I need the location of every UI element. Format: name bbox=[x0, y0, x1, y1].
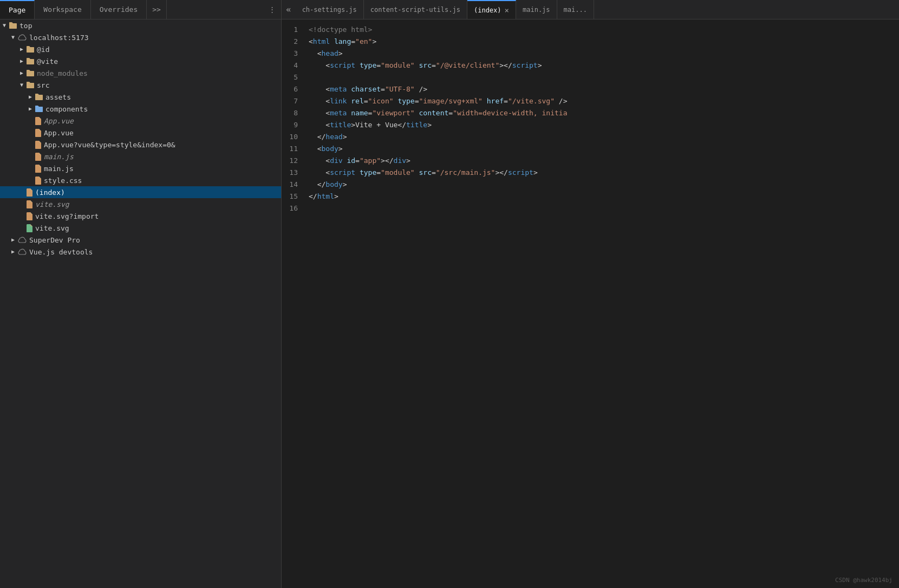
tree-item-vuejs[interactable]: ▶ Vue.js devtools bbox=[0, 246, 281, 258]
folder-icon bbox=[9, 22, 17, 29]
line-content: <head> bbox=[309, 48, 899, 60]
chevron-icon[interactable]: ▶ bbox=[9, 247, 17, 256]
chevron-icon[interactable]: ▶ bbox=[17, 69, 26, 77]
tree-item-index[interactable]: (index) bbox=[0, 186, 281, 198]
main-content: ▼ top▼ localhost:5173▶ @id▶ @vite▶ node_… bbox=[0, 19, 899, 588]
chevron-icon[interactable]: ▶ bbox=[26, 104, 35, 113]
tree-label: top bbox=[19, 22, 32, 30]
tree-label: main.js bbox=[44, 165, 74, 173]
tree-label: style.css bbox=[44, 177, 82, 185]
tree-item-vite-svg-green[interactable]: vite.svg bbox=[0, 222, 281, 234]
line-number: 4 bbox=[282, 60, 309, 71]
folder-icon bbox=[26, 57, 35, 65]
editor-tab-ch-settings-js[interactable]: ch-settings.js bbox=[296, 0, 364, 19]
line-number: 3 bbox=[282, 48, 309, 60]
code-line: 4 <script type="module" src="/@vite/clie… bbox=[282, 60, 899, 71]
chevron-icon[interactable]: ▶ bbox=[9, 236, 17, 244]
chevron-icon[interactable]: ▼ bbox=[0, 21, 9, 30]
chevron-icon[interactable]: ▶ bbox=[17, 45, 26, 54]
line-content: <script type="module" src="/@vite/client… bbox=[309, 60, 899, 71]
tree-label: (index) bbox=[35, 188, 65, 197]
editor-tab-content-script-utils-js[interactable]: content-script-utils.js bbox=[364, 0, 467, 19]
tree-item-vite-svg-import[interactable]: vite.svg?import bbox=[0, 210, 281, 222]
line-number: 16 bbox=[282, 202, 309, 214]
close-tab-button[interactable]: × bbox=[505, 6, 509, 14]
cloud-icon bbox=[17, 248, 27, 256]
line-number: 7 bbox=[282, 95, 309, 107]
code-line: 15</html> bbox=[282, 191, 899, 202]
line-content: <div id="app"></div> bbox=[309, 155, 899, 167]
editor-tab-main-js[interactable]: main.js bbox=[516, 0, 557, 19]
tree-label: src bbox=[37, 81, 49, 89]
tree-item-src[interactable]: ▼ src bbox=[0, 79, 281, 91]
line-content bbox=[309, 71, 899, 83]
tree-item-node_modules[interactable]: ▶ node_modules bbox=[0, 67, 281, 79]
line-content: <script type="module" src="/src/main.js"… bbox=[309, 167, 899, 179]
code-line: 10 </head> bbox=[282, 131, 899, 143]
tree-item-superdev[interactable]: ▶ SuperDev Pro bbox=[0, 234, 281, 246]
tree-item-vite-svg-italic[interactable]: vite.svg bbox=[0, 198, 281, 210]
line-number: 14 bbox=[282, 179, 309, 191]
tree-label: App.vue?vue&type=style&index=0& bbox=[44, 141, 175, 149]
chevron-icon[interactable]: ▶ bbox=[17, 57, 26, 66]
chevron-icon[interactable]: ▶ bbox=[26, 93, 35, 101]
tree-item-localhost[interactable]: ▼ localhost:5173 bbox=[0, 31, 281, 43]
tree-item-app-vue-italic[interactable]: App.vue bbox=[0, 115, 281, 127]
line-number: 12 bbox=[282, 155, 309, 167]
tree-item-app-vue-query[interactable]: App.vue?vue&type=style&index=0& bbox=[0, 139, 281, 151]
code-line: 1<!doctype html> bbox=[282, 24, 899, 36]
cloud-icon bbox=[17, 236, 27, 244]
tree-item-assets[interactable]: ▶ assets bbox=[0, 91, 281, 103]
folder-icon bbox=[26, 81, 35, 89]
kebab-button[interactable]: ⋮ bbox=[263, 0, 281, 19]
file-icon bbox=[26, 200, 33, 208]
right-panel-header: « ch-settings.jscontent-script-utils.js(… bbox=[282, 0, 899, 19]
tree-item-components[interactable]: ▶ components bbox=[0, 103, 281, 115]
tree-item-id[interactable]: ▶ @id bbox=[0, 43, 281, 55]
watermark: CSDN @hawk2014bj bbox=[835, 577, 893, 584]
tree-label: main.js bbox=[44, 153, 74, 161]
tab-overrides[interactable]: Overrides bbox=[91, 0, 147, 19]
line-number: 9 bbox=[282, 119, 309, 131]
tree-label: @id bbox=[37, 45, 49, 54]
line-content: <meta name="viewport" content="width=dev… bbox=[309, 107, 899, 119]
editor-tab-mai---[interactable]: mai... bbox=[557, 0, 594, 19]
tab-workspace[interactable]: Workspace bbox=[35, 0, 90, 19]
tree-item-app-vue[interactable]: App.vue bbox=[0, 127, 281, 139]
folder-icon bbox=[26, 45, 35, 53]
code-line: 7 <link rel="icon" type="image/svg+xml" … bbox=[282, 95, 899, 107]
tree-label: vite.svg bbox=[35, 200, 69, 208]
line-content bbox=[309, 202, 899, 214]
tree-label: Vue.js devtools bbox=[29, 248, 93, 256]
code-line: 11 <body> bbox=[282, 143, 899, 155]
tree-label: App.vue bbox=[44, 129, 74, 137]
line-content: <html lang="en"> bbox=[309, 36, 899, 48]
sidebar: ▼ top▼ localhost:5173▶ @id▶ @vite▶ node_… bbox=[0, 19, 282, 588]
cloud-icon bbox=[17, 34, 27, 41]
chevron-icon[interactable]: ▼ bbox=[17, 81, 26, 89]
tree-label: node_modules bbox=[37, 69, 88, 77]
tree-item-main-js[interactable]: main.js bbox=[0, 162, 281, 174]
code-line: 3 <head> bbox=[282, 48, 899, 60]
tree-item-style-css[interactable]: style.css bbox=[0, 174, 281, 186]
file-icon bbox=[26, 224, 33, 232]
editor-tab--index-[interactable]: (index)× bbox=[467, 0, 516, 19]
tree-item-main-js-italic[interactable]: main.js bbox=[0, 151, 281, 162]
code-line: 8 <meta name="viewport" content="width=d… bbox=[282, 107, 899, 119]
more-tabs-button[interactable]: >> bbox=[147, 0, 166, 19]
chevron-icon[interactable]: ▼ bbox=[9, 33, 17, 42]
collapse-panel-button[interactable]: « bbox=[282, 4, 296, 15]
line-content: </html> bbox=[309, 191, 899, 202]
folder-icon bbox=[35, 105, 43, 113]
line-number: 13 bbox=[282, 167, 309, 179]
tree-item-top[interactable]: ▼ top bbox=[0, 19, 281, 31]
file-icon bbox=[35, 116, 42, 125]
code-content[interactable]: 1<!doctype html>2<html lang="en">3 <head… bbox=[282, 19, 899, 588]
line-content: </body> bbox=[309, 179, 899, 191]
tab-page[interactable]: Page bbox=[0, 0, 35, 19]
tree-item-vite[interactable]: ▶ @vite bbox=[0, 55, 281, 67]
line-number: 11 bbox=[282, 143, 309, 155]
code-line: 2<html lang="en"> bbox=[282, 36, 899, 48]
tree-label: App.vue bbox=[44, 117, 74, 125]
tree-label: vite.svg?import bbox=[35, 212, 99, 220]
